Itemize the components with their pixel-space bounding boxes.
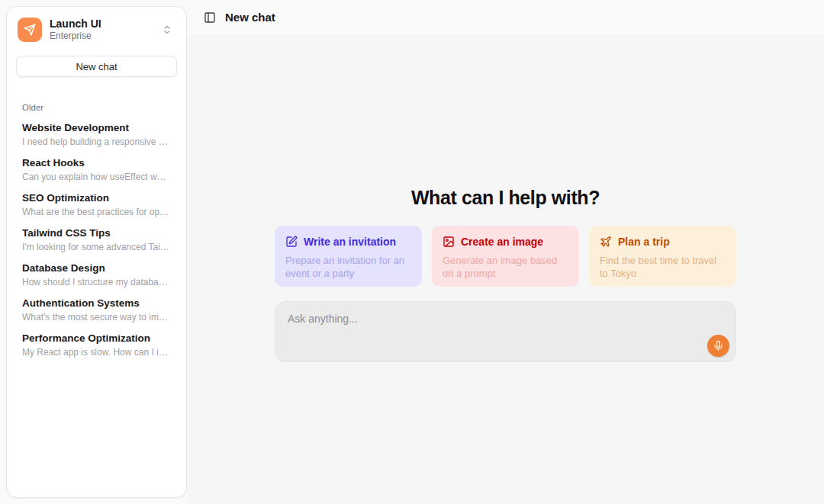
mic-button[interactable]	[707, 335, 729, 357]
chat-history-list: Website Development I need help building…	[16, 117, 177, 362]
chat-item-title: React Hooks	[22, 156, 171, 169]
chat-item-preview: I need help building a responsive websit…	[22, 136, 171, 148]
chat-content: What can I help with? Write an invitatio…	[187, 34, 824, 504]
suggestion-card-create-image[interactable]: Create an image Generate an image based …	[432, 226, 579, 287]
chat-item-preview: How should I structure my database for a…	[22, 277, 171, 288]
main-header: New chat	[187, 0, 824, 34]
chat-item-preview: I'm looking for some advanced Tailwind .…	[22, 242, 171, 253]
suggestion-title: Plan a trip	[618, 235, 670, 249]
chat-item-preview: My React app is slow. How can I improve …	[22, 347, 171, 358]
chat-item-preview: What's the most secure way to implemen..…	[22, 312, 171, 323]
image-icon	[443, 236, 455, 248]
chat-history-item[interactable]: React Hooks Can you explain how useEffec…	[16, 152, 177, 187]
rocket-icon	[24, 24, 36, 36]
chat-history-item[interactable]: Tailwind CSS Tips I'm looking for some a…	[16, 223, 177, 257]
chat-item-title: Authentication Systems	[22, 297, 171, 310]
suggestion-card-plan-trip[interactable]: Plan a trip Find the best time to travel…	[589, 226, 736, 287]
microphone-icon	[713, 340, 724, 352]
new-chat-button[interactable]: New chat	[16, 56, 177, 77]
panel-left-icon	[204, 11, 216, 24]
suggestion-title: Write an invitation	[304, 235, 396, 249]
chat-item-preview: Can you explain how useEffect works in .…	[22, 172, 171, 183]
history-section-label: Older	[22, 103, 171, 112]
suggestion-description: Generate an image based on a prompt	[443, 254, 568, 280]
page-title: New chat	[225, 11, 275, 24]
chat-item-title: Performance Optimization	[22, 332, 171, 345]
brand-logo	[18, 18, 42, 42]
chat-item-title: Database Design	[22, 262, 171, 274]
plane-icon	[600, 236, 612, 248]
team-switcher[interactable]: Launch UI Enterprise	[16, 16, 177, 43]
sidebar: Launch UI Enterprise New chat Older Webs…	[6, 6, 187, 498]
suggestion-description: Prepare an invitation for an event or a …	[285, 254, 411, 280]
chat-history-item[interactable]: Authentication Systems What's the most s…	[16, 293, 177, 327]
chat-history-item[interactable]: Website Development I need help building…	[16, 117, 177, 152]
suggestion-description: Find the best time to travel to Tokyo	[600, 254, 726, 280]
chat-history-item[interactable]: Database Design How should I structure m…	[16, 258, 177, 292]
brand-name: Launch UI	[50, 18, 154, 30]
chat-history-item[interactable]: SEO Optimization What are the best pract…	[16, 188, 177, 222]
square-pen-icon	[285, 236, 298, 248]
suggestion-card-write-invitation[interactable]: Write an invitation Prepare an invitatio…	[275, 226, 422, 287]
chat-item-preview: What are the best practices for optimizi…	[22, 207, 171, 218]
main-area: New chat What can I help with? Write an …	[187, 0, 824, 504]
message-input[interactable]	[275, 302, 735, 361]
chat-item-title: SEO Optimization	[22, 191, 171, 204]
chat-item-title: Tailwind CSS Tips	[22, 226, 171, 239]
suggestion-title: Create an image	[461, 235, 543, 249]
composer	[275, 301, 736, 362]
sidebar-toggle-button[interactable]	[202, 10, 217, 25]
chat-item-title: Website Development	[22, 121, 171, 134]
suggestion-cards: Write an invitation Prepare an invitatio…	[275, 226, 736, 287]
brand-plan: Enterprise	[50, 30, 154, 42]
chat-history-item[interactable]: Performance Optimization My React app is…	[16, 328, 177, 362]
chevrons-up-down-icon	[162, 24, 172, 35]
welcome-heading: What can I help with?	[275, 187, 736, 209]
